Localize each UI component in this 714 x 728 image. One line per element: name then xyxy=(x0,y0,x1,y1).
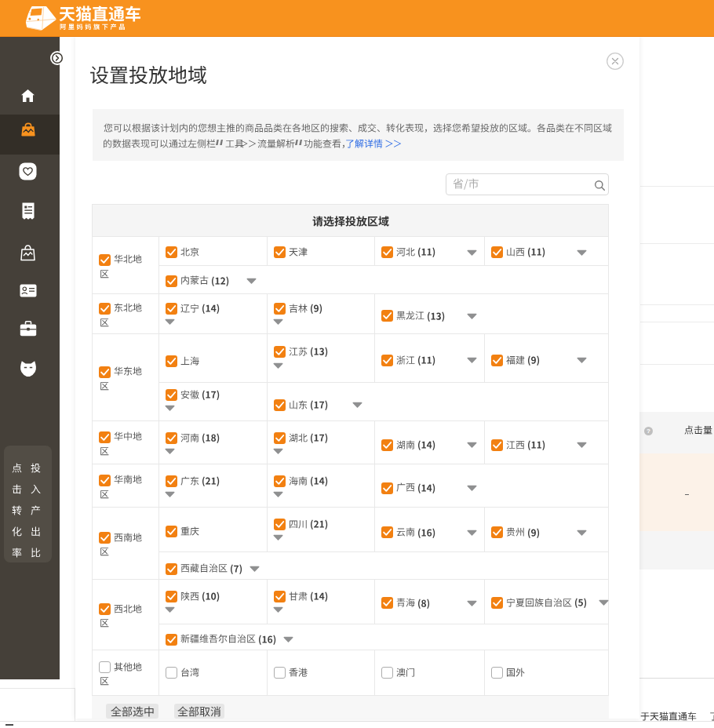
svg-text:?: ? xyxy=(647,428,650,435)
